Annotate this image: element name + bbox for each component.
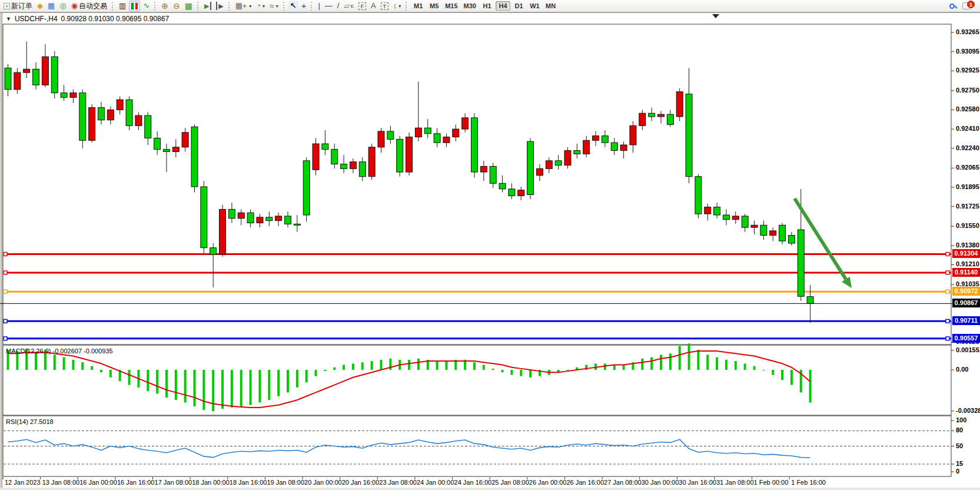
timeframe-d1-button[interactable]: D1: [511, 1, 526, 11]
time-axis-label: 20 Jan 00:00: [304, 479, 342, 486]
channel-tool-button[interactable]: ▱E: [342, 1, 356, 12]
timeframe-m30-button[interactable]: M30: [461, 1, 479, 11]
rsi-axis-label: 80: [956, 426, 963, 433]
time-axis-label: 17 Jan 08:00: [155, 479, 192, 486]
zoom-in-icon: ⊕: [161, 2, 168, 10]
charts-icon: ◆: [37, 2, 43, 10]
timeframe-mn-button[interactable]: MN: [543, 1, 558, 11]
rsi-axis-label: 15: [956, 460, 963, 467]
price-badge: 0.91140: [952, 268, 980, 277]
chart-window[interactable]: [0, 12, 980, 490]
text-label-tool-button[interactable]: T: [379, 1, 390, 12]
time-axis-label: 30 Jan 00:00: [642, 479, 679, 486]
fibonacci-icon: F: [358, 2, 366, 10]
templates-icon: ≈: [270, 2, 274, 10]
tile-windows-button[interactable]: ▦: [183, 1, 194, 12]
bar-chart-button[interactable]: ▥: [117, 1, 128, 12]
current-price-badge: 0.90867: [952, 299, 980, 307]
price-badge: 0.90711: [952, 316, 980, 325]
rsi-indicator-label: RSI(14) 27.5018: [6, 418, 54, 425]
crosshair-tool-button[interactable]: +: [300, 1, 308, 12]
chart-shift-button[interactable]: ▶: [214, 1, 225, 12]
main-toolbar: ＋ 新订单 ◆ ▦ ◎ ◉ 自动交易 ▥ ∿ ⊕ ⊖ ▦ ▶ ▶ ▦＋▾ ◔▾ …: [0, 0, 980, 12]
auto-trading-icon: ◉: [71, 2, 78, 10]
time-axis-label: 25 Jan 08:00: [491, 479, 529, 486]
horizontal-line-tool-button[interactable]: —: [323, 1, 334, 12]
zoom-in-button[interactable]: ⊕: [160, 1, 170, 12]
text-icon: A: [371, 2, 376, 10]
price-badge: 0.90972: [952, 287, 980, 296]
charts-button[interactable]: ◆: [35, 1, 45, 12]
arrows-tool-button[interactable]: ↕▾: [391, 1, 403, 12]
price-axis-label: 0.92750: [956, 87, 979, 94]
one-click-trading-toggle[interactable]: ▼: [6, 16, 11, 22]
time-axis-label: 1 Feb 16:00: [791, 479, 826, 486]
vertical-line-tool-button[interactable]: |: [316, 1, 321, 12]
auto-trading-button[interactable]: ◉ 自动交易: [69, 1, 109, 12]
new-order-icon: ＋: [4, 3, 10, 9]
time-axis-label: 24 Jan 00:00: [417, 479, 454, 486]
price-axis-label: 0.91550: [956, 222, 979, 229]
search-button[interactable]: [948, 1, 959, 12]
arrows-icon: ↕: [393, 2, 397, 10]
macd-indicator-label: MACD(12,26,9) -0.002607 -0.000935: [6, 347, 113, 355]
signals-button[interactable]: ◎: [58, 1, 68, 12]
plus-icon: ＋: [241, 2, 247, 10]
chevron-down-icon: ▾: [249, 4, 251, 9]
chevron-down-icon: ▾: [398, 4, 401, 9]
text-tool-button[interactable]: A: [369, 1, 378, 12]
price-axis-label: 0.92410: [956, 125, 979, 132]
trendline-tool-button[interactable]: /: [335, 1, 341, 12]
timeframe-m1-button[interactable]: M1: [411, 1, 426, 11]
auto-scroll-icon: ▶: [204, 2, 211, 10]
profiles-button[interactable]: ◔▾: [254, 1, 267, 12]
chart-shift-marker[interactable]: [712, 14, 719, 18]
timeframe-h4-button[interactable]: H4: [496, 1, 510, 11]
time-axis-label: 1 Feb 00:00: [754, 479, 789, 486]
line-chart-button[interactable]: ∿: [141, 1, 151, 12]
time-axis-label: 26 Jan 00:00: [529, 479, 567, 486]
templates-button[interactable]: ≈▾: [268, 1, 280, 12]
timeframe-m15-button[interactable]: M15: [443, 1, 460, 11]
new-order-button[interactable]: ＋ 新订单: [2, 1, 34, 12]
macd-axis-label: 0.001551: [956, 346, 980, 353]
timeframe-h1-button[interactable]: H1: [480, 1, 494, 11]
timeframe-w1-button[interactable]: W1: [527, 1, 542, 11]
candlestick-chart-icon: [131, 3, 134, 9]
price-axis-label: 0.92580: [956, 105, 979, 112]
time-axis-label: 24 Jan 16:00: [454, 479, 492, 486]
price-axis-label: 0.91895: [956, 183, 979, 190]
toolbar-separator: [406, 2, 408, 11]
window-bottom-border: [0, 488, 980, 490]
market-watch-icon: ▦: [48, 2, 55, 10]
market-watch-button[interactable]: ▦: [46, 1, 57, 12]
fibonacci-tool-button[interactable]: F: [357, 1, 368, 12]
auto-scroll-button[interactable]: ▶: [202, 1, 213, 12]
new-chart-button[interactable]: ▦＋▾: [234, 1, 253, 12]
rsi-axis-label: 50: [956, 442, 963, 449]
chat-icon: 1: [962, 2, 971, 9]
horizontal-line-icon: —: [325, 2, 333, 10]
time-axis-label: 19 Jan 08:00: [267, 479, 304, 486]
notifications-button[interactable]: 1: [961, 1, 972, 12]
equidistant-channel-icon: ▱: [344, 2, 349, 10]
price-axis-label: 0.91210: [956, 260, 979, 267]
time-axis-label: 13 Jan 08:00: [42, 479, 80, 486]
zoom-out-button[interactable]: ⊖: [171, 1, 182, 12]
price-axis-label: 0.93265: [956, 28, 979, 35]
price-axis-label: 0.93095: [956, 48, 979, 55]
time-axis-label: 16 Jan 16:00: [117, 479, 155, 486]
signals-icon: ◎: [59, 2, 66, 10]
price-axis-label: 0.92240: [956, 144, 979, 151]
timeframe-m5-button[interactable]: M5: [427, 1, 441, 11]
cursor-tool-button[interactable]: ↖: [288, 1, 298, 12]
tile-windows-icon: ▦: [185, 2, 192, 10]
price-badge: 0.91304: [952, 249, 980, 258]
candlestick-chart-button[interactable]: [129, 1, 140, 12]
cursor-icon: ↖: [290, 2, 297, 10]
clock-icon: ◔: [256, 2, 261, 10]
toolbar-separator: [283, 2, 285, 11]
new-order-label: 新订单: [11, 1, 32, 11]
time-axis-label: 16 Jan 00:00: [79, 479, 117, 486]
price-badge: 0.90557: [952, 334, 980, 343]
